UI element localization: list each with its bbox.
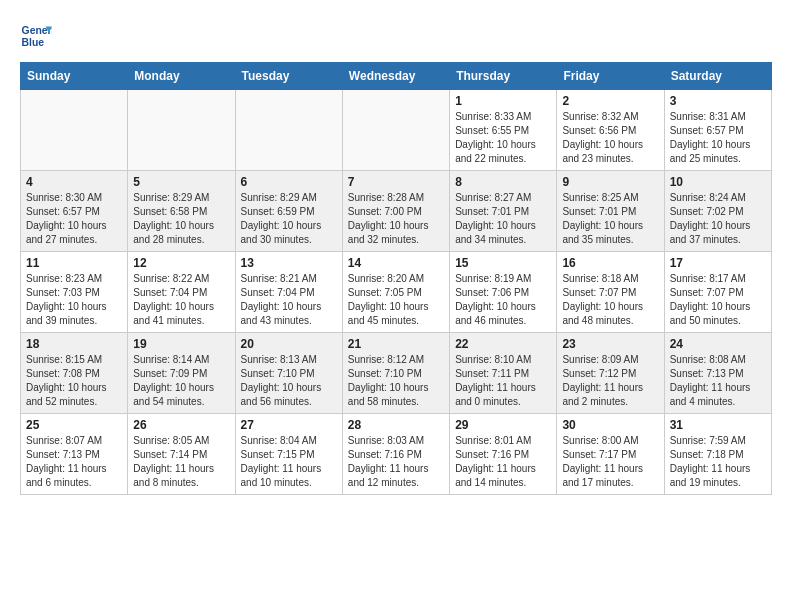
- day-number: 22: [455, 337, 551, 351]
- day-info: Sunrise: 8:14 AM Sunset: 7:09 PM Dayligh…: [133, 353, 229, 409]
- calendar-day-27: 27Sunrise: 8:04 AM Sunset: 7:15 PM Dayli…: [235, 414, 342, 495]
- day-info: Sunrise: 8:20 AM Sunset: 7:05 PM Dayligh…: [348, 272, 444, 328]
- calendar-day-26: 26Sunrise: 8:05 AM Sunset: 7:14 PM Dayli…: [128, 414, 235, 495]
- day-number: 4: [26, 175, 122, 189]
- day-info: Sunrise: 8:23 AM Sunset: 7:03 PM Dayligh…: [26, 272, 122, 328]
- day-number: 17: [670, 256, 766, 270]
- day-number: 13: [241, 256, 337, 270]
- svg-text:Blue: Blue: [22, 37, 45, 48]
- calendar-day-17: 17Sunrise: 8:17 AM Sunset: 7:07 PM Dayli…: [664, 252, 771, 333]
- day-number: 31: [670, 418, 766, 432]
- calendar-week-row: 4Sunrise: 8:30 AM Sunset: 6:57 PM Daylig…: [21, 171, 772, 252]
- day-info: Sunrise: 8:13 AM Sunset: 7:10 PM Dayligh…: [241, 353, 337, 409]
- weekday-header-wednesday: Wednesday: [342, 63, 449, 90]
- calendar-week-row: 11Sunrise: 8:23 AM Sunset: 7:03 PM Dayli…: [21, 252, 772, 333]
- calendar-day-24: 24Sunrise: 8:08 AM Sunset: 7:13 PM Dayli…: [664, 333, 771, 414]
- day-number: 9: [562, 175, 658, 189]
- calendar-day-1: 1Sunrise: 8:33 AM Sunset: 6:55 PM Daylig…: [450, 90, 557, 171]
- day-number: 16: [562, 256, 658, 270]
- calendar-day-2: 2Sunrise: 8:32 AM Sunset: 6:56 PM Daylig…: [557, 90, 664, 171]
- weekday-header-saturday: Saturday: [664, 63, 771, 90]
- day-info: Sunrise: 8:01 AM Sunset: 7:16 PM Dayligh…: [455, 434, 551, 490]
- day-info: Sunrise: 8:03 AM Sunset: 7:16 PM Dayligh…: [348, 434, 444, 490]
- calendar-day-21: 21Sunrise: 8:12 AM Sunset: 7:10 PM Dayli…: [342, 333, 449, 414]
- day-number: 26: [133, 418, 229, 432]
- day-number: 7: [348, 175, 444, 189]
- day-info: Sunrise: 8:30 AM Sunset: 6:57 PM Dayligh…: [26, 191, 122, 247]
- day-number: 12: [133, 256, 229, 270]
- day-info: Sunrise: 8:22 AM Sunset: 7:04 PM Dayligh…: [133, 272, 229, 328]
- day-info: Sunrise: 8:17 AM Sunset: 7:07 PM Dayligh…: [670, 272, 766, 328]
- day-number: 6: [241, 175, 337, 189]
- weekday-header-sunday: Sunday: [21, 63, 128, 90]
- day-info: Sunrise: 8:12 AM Sunset: 7:10 PM Dayligh…: [348, 353, 444, 409]
- calendar-day-8: 8Sunrise: 8:27 AM Sunset: 7:01 PM Daylig…: [450, 171, 557, 252]
- calendar-day-13: 13Sunrise: 8:21 AM Sunset: 7:04 PM Dayli…: [235, 252, 342, 333]
- day-number: 23: [562, 337, 658, 351]
- calendar-week-row: 18Sunrise: 8:15 AM Sunset: 7:08 PM Dayli…: [21, 333, 772, 414]
- day-number: 24: [670, 337, 766, 351]
- day-info: Sunrise: 8:25 AM Sunset: 7:01 PM Dayligh…: [562, 191, 658, 247]
- calendar-table: SundayMondayTuesdayWednesdayThursdayFrid…: [20, 62, 772, 495]
- calendar-day-20: 20Sunrise: 8:13 AM Sunset: 7:10 PM Dayli…: [235, 333, 342, 414]
- day-info: Sunrise: 8:05 AM Sunset: 7:14 PM Dayligh…: [133, 434, 229, 490]
- calendar-day-18: 18Sunrise: 8:15 AM Sunset: 7:08 PM Dayli…: [21, 333, 128, 414]
- calendar-day-31: 31Sunrise: 7:59 AM Sunset: 7:18 PM Dayli…: [664, 414, 771, 495]
- day-info: Sunrise: 8:27 AM Sunset: 7:01 PM Dayligh…: [455, 191, 551, 247]
- day-number: 21: [348, 337, 444, 351]
- weekday-header-tuesday: Tuesday: [235, 63, 342, 90]
- day-number: 15: [455, 256, 551, 270]
- weekday-header-thursday: Thursday: [450, 63, 557, 90]
- day-number: 30: [562, 418, 658, 432]
- day-info: Sunrise: 8:21 AM Sunset: 7:04 PM Dayligh…: [241, 272, 337, 328]
- calendar-day-5: 5Sunrise: 8:29 AM Sunset: 6:58 PM Daylig…: [128, 171, 235, 252]
- calendar-day-23: 23Sunrise: 8:09 AM Sunset: 7:12 PM Dayli…: [557, 333, 664, 414]
- day-number: 27: [241, 418, 337, 432]
- day-info: Sunrise: 8:28 AM Sunset: 7:00 PM Dayligh…: [348, 191, 444, 247]
- calendar-day-4: 4Sunrise: 8:30 AM Sunset: 6:57 PM Daylig…: [21, 171, 128, 252]
- day-info: Sunrise: 8:08 AM Sunset: 7:13 PM Dayligh…: [670, 353, 766, 409]
- day-number: 25: [26, 418, 122, 432]
- day-number: 1: [455, 94, 551, 108]
- calendar-day-6: 6Sunrise: 8:29 AM Sunset: 6:59 PM Daylig…: [235, 171, 342, 252]
- day-info: Sunrise: 8:07 AM Sunset: 7:13 PM Dayligh…: [26, 434, 122, 490]
- calendar-day-empty: [128, 90, 235, 171]
- calendar-day-empty: [235, 90, 342, 171]
- calendar-week-row: 1Sunrise: 8:33 AM Sunset: 6:55 PM Daylig…: [21, 90, 772, 171]
- calendar-day-28: 28Sunrise: 8:03 AM Sunset: 7:16 PM Dayli…: [342, 414, 449, 495]
- day-number: 3: [670, 94, 766, 108]
- weekday-header-row: SundayMondayTuesdayWednesdayThursdayFrid…: [21, 63, 772, 90]
- calendar-day-11: 11Sunrise: 8:23 AM Sunset: 7:03 PM Dayli…: [21, 252, 128, 333]
- logo: General Blue: [20, 20, 52, 52]
- calendar-day-empty: [21, 90, 128, 171]
- calendar-week-row: 25Sunrise: 8:07 AM Sunset: 7:13 PM Dayli…: [21, 414, 772, 495]
- day-info: Sunrise: 8:18 AM Sunset: 7:07 PM Dayligh…: [562, 272, 658, 328]
- calendar-day-10: 10Sunrise: 8:24 AM Sunset: 7:02 PM Dayli…: [664, 171, 771, 252]
- day-info: Sunrise: 7:59 AM Sunset: 7:18 PM Dayligh…: [670, 434, 766, 490]
- day-number: 28: [348, 418, 444, 432]
- day-info: Sunrise: 8:04 AM Sunset: 7:15 PM Dayligh…: [241, 434, 337, 490]
- page-header: General Blue: [20, 20, 772, 52]
- day-info: Sunrise: 8:15 AM Sunset: 7:08 PM Dayligh…: [26, 353, 122, 409]
- day-info: Sunrise: 8:19 AM Sunset: 7:06 PM Dayligh…: [455, 272, 551, 328]
- calendar-day-16: 16Sunrise: 8:18 AM Sunset: 7:07 PM Dayli…: [557, 252, 664, 333]
- day-number: 19: [133, 337, 229, 351]
- calendar-day-empty: [342, 90, 449, 171]
- day-info: Sunrise: 8:29 AM Sunset: 6:58 PM Dayligh…: [133, 191, 229, 247]
- calendar-day-29: 29Sunrise: 8:01 AM Sunset: 7:16 PM Dayli…: [450, 414, 557, 495]
- day-number: 2: [562, 94, 658, 108]
- day-number: 18: [26, 337, 122, 351]
- day-info: Sunrise: 8:00 AM Sunset: 7:17 PM Dayligh…: [562, 434, 658, 490]
- day-info: Sunrise: 8:24 AM Sunset: 7:02 PM Dayligh…: [670, 191, 766, 247]
- day-number: 29: [455, 418, 551, 432]
- calendar-day-9: 9Sunrise: 8:25 AM Sunset: 7:01 PM Daylig…: [557, 171, 664, 252]
- day-info: Sunrise: 8:32 AM Sunset: 6:56 PM Dayligh…: [562, 110, 658, 166]
- day-number: 14: [348, 256, 444, 270]
- logo-icon: General Blue: [20, 20, 52, 52]
- calendar-day-14: 14Sunrise: 8:20 AM Sunset: 7:05 PM Dayli…: [342, 252, 449, 333]
- weekday-header-monday: Monday: [128, 63, 235, 90]
- calendar-day-22: 22Sunrise: 8:10 AM Sunset: 7:11 PM Dayli…: [450, 333, 557, 414]
- day-info: Sunrise: 8:33 AM Sunset: 6:55 PM Dayligh…: [455, 110, 551, 166]
- day-number: 20: [241, 337, 337, 351]
- calendar-day-12: 12Sunrise: 8:22 AM Sunset: 7:04 PM Dayli…: [128, 252, 235, 333]
